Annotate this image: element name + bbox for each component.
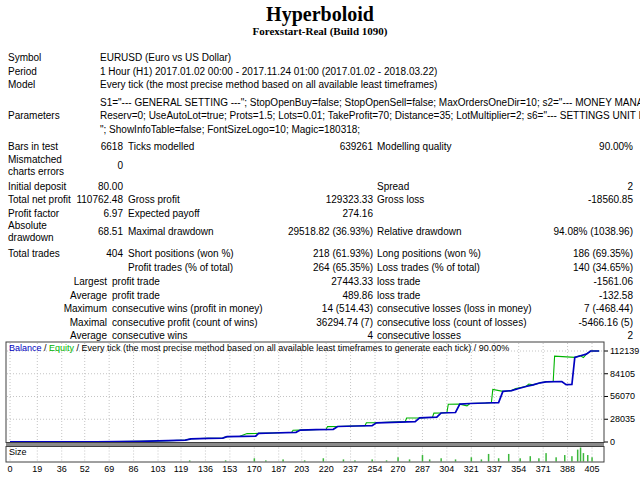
stat-label: Loss trades (% of total): [377, 261, 507, 275]
size-bar: [519, 458, 521, 461]
x-axis-tick-label: 187: [271, 464, 286, 474]
stat-label: Gross profit: [128, 193, 258, 207]
x-axis-tick-label: 337: [487, 464, 502, 474]
stat-value: 90.00%: [507, 140, 633, 154]
info-row: Period1 Hour (H1) 2017.01.02 00:00 - 201…: [0, 65, 640, 79]
stat-value: Largest: [8, 275, 107, 289]
stat-value: 264 (65.35%): [258, 261, 373, 275]
stat-value: 218 (61.93%): [258, 247, 373, 261]
x-axis-tick-label: 270: [390, 464, 405, 474]
size-bar: [530, 456, 532, 461]
x-axis-tick-label: 153: [222, 464, 237, 474]
size-bar: [545, 453, 547, 461]
size-bar: [481, 459, 483, 461]
size-bar: [397, 457, 399, 461]
size-bar: [440, 458, 442, 461]
stat-value: 0: [74, 159, 123, 173]
size-bar: [471, 457, 473, 461]
size-bar: [555, 457, 557, 461]
x-axis-tick-label: 136: [198, 464, 213, 474]
stat-row: Bars in test6618Ticks modelled639261Mode…: [0, 140, 640, 154]
x-axis-tick-label: 203: [294, 464, 309, 474]
stat-value: 186 (69.35%): [507, 247, 633, 261]
x-axis-tick-label: 52: [80, 464, 90, 474]
stat-value: 7 (-468.44): [507, 302, 633, 316]
x-axis-tick-label: 36: [57, 464, 67, 474]
x-axis-tick-label: 119: [174, 464, 188, 474]
stat-label: Modelling quality: [377, 140, 507, 154]
stat-label: Maximal drawdown: [128, 225, 258, 239]
stat-row: Maximumconsecutive wins (profit in money…: [0, 302, 640, 316]
stat-row: Mismatched charts errors0: [0, 154, 640, 178]
stat-value: 6618: [74, 140, 123, 154]
stat-label: consecutive loss (count of losses): [377, 316, 507, 330]
info-value-line: 1 Hour (H1) 2017.01.02 00:00 - 2017.11.2…: [100, 65, 633, 79]
report-subtitle: Forexstart-Real (Build 1090): [0, 25, 640, 37]
report-stats-section: Bars in test6618Ticks modelled639261Mode…: [0, 140, 640, 343]
info-label: Model: [8, 78, 100, 92]
size-bar: [580, 448, 582, 462]
size-bar: [343, 459, 345, 461]
report-info-section: SymbolEURUSD (Euro vs US Dollar)Period1 …: [0, 51, 640, 136]
size-bar: [282, 459, 284, 461]
stat-label: Gross loss: [377, 193, 507, 207]
size-bar: [409, 459, 411, 461]
size-bar: [429, 459, 431, 461]
stat-label: Expected payoff: [128, 207, 258, 221]
stat-value: 489.86: [253, 289, 373, 303]
stat-row: Total trades404Short positions (won %)21…: [0, 247, 640, 261]
stat-label: Absolute drawdown: [8, 220, 74, 244]
stat-value: 68.51: [74, 225, 123, 239]
y-axis-tick-label: 0: [610, 437, 615, 447]
chart-legend: Balance / Equity / Every tick (the most …: [9, 343, 509, 353]
x-axis-tick-label: 254: [367, 464, 382, 474]
stat-label: consecutive profit (count of wins): [112, 316, 253, 330]
legend-separator: /: [42, 343, 50, 353]
stat-label: Total trades: [8, 247, 74, 261]
x-axis-tick-label: 220: [319, 464, 334, 474]
stat-label: profit trade: [112, 289, 253, 303]
info-value-line: EURUSD (Euro vs US Dollar): [100, 51, 633, 65]
stat-value: -132.58: [507, 289, 633, 303]
stat-row: Total net profit110762.48Gross profit129…: [0, 193, 640, 207]
y-axis-tick-label: 28035: [610, 414, 635, 424]
stat-value: 6.97: [74, 207, 123, 221]
size-bar: [564, 455, 566, 461]
stat-label: consecutive wins (profit in money): [112, 302, 253, 316]
size-bar: [583, 453, 585, 461]
size-bar: [538, 458, 540, 461]
stat-label: profit trade: [112, 275, 253, 289]
stat-value: 639261: [258, 140, 373, 154]
stat-value: 274.16: [258, 207, 373, 221]
stat-value: 94.08% (1038.96): [507, 225, 633, 239]
stat-value: 2: [507, 180, 633, 194]
stat-value: Maximum: [8, 302, 107, 316]
stat-row: Profit factor6.97Expected payoff274.16: [0, 207, 640, 221]
x-axis-tick-label: 304: [439, 464, 454, 474]
stat-value: 27443.33: [253, 275, 373, 289]
size-bar: [587, 455, 589, 461]
size-panel-label: Size: [9, 447, 27, 457]
size-bar: [508, 454, 510, 462]
x-axis-tick-label: 371: [536, 464, 551, 474]
stat-label: Initial deposit: [8, 180, 74, 194]
x-axis-tick-label: 170: [247, 464, 262, 474]
x-axis-tick-label: 287: [415, 464, 430, 474]
size-bar: [422, 455, 424, 461]
stat-value: 110762.48: [74, 193, 123, 207]
x-axis-tick-label: 354: [511, 464, 526, 474]
size-bar: [189, 460, 191, 461]
stat-label: Relative drawdown: [377, 225, 507, 239]
info-label: Symbol: [8, 51, 100, 65]
size-bar: [225, 460, 227, 461]
stat-label: Profit trades (% of total): [128, 261, 258, 275]
size-bar: [386, 460, 388, 461]
stat-label: Mismatched charts errors: [8, 154, 74, 178]
legend-model-text: / Every tick (the most precise method ba…: [74, 343, 509, 353]
stat-value: Average: [8, 289, 107, 303]
x-axis-tick-label: 69: [104, 464, 114, 474]
info-row: ModelEvery tick (the most precise method…: [0, 78, 640, 92]
y-axis-tick-label: 84105: [610, 369, 635, 379]
size-bar: [577, 450, 579, 462]
size-bar: [488, 454, 490, 462]
